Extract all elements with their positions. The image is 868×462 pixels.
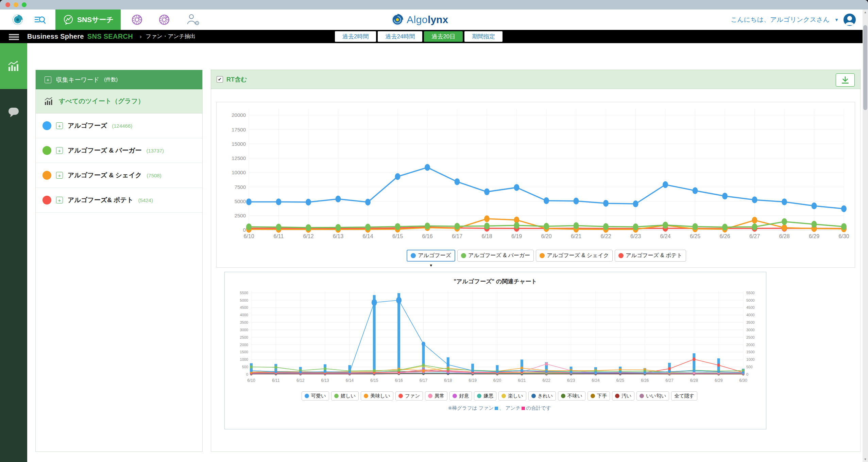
- legend-item-7[interactable]: 楽しい: [498, 391, 526, 401]
- legend-item-0[interactable]: アルゴフーズ▼: [407, 250, 455, 262]
- logo-text-lynx: lynx: [428, 14, 448, 25]
- legend-item-12[interactable]: いい匂い: [636, 391, 669, 401]
- legend-item-5[interactable]: 好意: [449, 391, 472, 401]
- expand-plus-icon[interactable]: +: [56, 122, 63, 129]
- download-button[interactable]: [836, 73, 855, 87]
- svg-text:1500: 1500: [746, 350, 754, 354]
- user-settings-icon[interactable]: ⚙: [183, 10, 203, 30]
- expand-plus-icon[interactable]: +: [56, 172, 63, 179]
- legend-item-3[interactable]: アルゴフーズ & ポテト: [615, 250, 686, 262]
- rt-checkbox[interactable]: ✔: [217, 76, 223, 83]
- svg-text:6/23: 6/23: [567, 378, 575, 383]
- keyword-row-2[interactable]: +アルゴフーズ & シェイク(7508): [36, 163, 202, 188]
- series-color-dot: [42, 121, 51, 130]
- series-color-dot: [42, 171, 51, 180]
- svg-text:6/20: 6/20: [493, 378, 501, 383]
- rt-label: RT含む: [226, 75, 247, 84]
- vertical-scrollbar[interactable]: ▲ ▼: [863, 10, 868, 462]
- legend-label: 可愛い: [311, 393, 326, 399]
- svg-text:6/25: 6/25: [690, 233, 700, 239]
- top-navbar: SNSサーチ ⚙: [0, 10, 868, 30]
- svg-text:⚙: ⚙: [194, 20, 200, 26]
- window-close-button[interactable]: [5, 2, 10, 7]
- rail-item-messages[interactable]: [0, 89, 27, 135]
- window-zoom-button[interactable]: [22, 2, 27, 7]
- svg-text:4500: 4500: [240, 305, 248, 309]
- legend-item-6[interactable]: 嫌悪: [474, 391, 496, 401]
- scrollbar-thumb[interactable]: [863, 25, 867, 110]
- user-menu-caret-icon[interactable]: ▼: [834, 17, 839, 22]
- svg-text:6/13: 6/13: [321, 378, 329, 383]
- window-minimize-button[interactable]: [14, 2, 18, 7]
- legend-label: アルゴフーズ & バーガー: [468, 252, 530, 259]
- time-button-1[interactable]: 過去24時間: [378, 31, 422, 42]
- legend-item-2[interactable]: 美味しい: [361, 391, 393, 401]
- svg-text:6/18: 6/18: [444, 378, 452, 383]
- svg-text:6/18: 6/18: [481, 233, 492, 239]
- svg-text:3000: 3000: [746, 328, 754, 332]
- legend-color-dot: [461, 253, 466, 258]
- legend-item-0[interactable]: 可愛い: [302, 391, 329, 401]
- expand-plus-icon[interactable]: +: [56, 197, 63, 203]
- expand-plus-icon[interactable]: +: [56, 147, 63, 154]
- legend-label: アルゴフーズ & シェイク: [547, 252, 609, 259]
- keyword-row-0[interactable]: +アルゴフーズ(124466): [36, 113, 202, 138]
- sidebar-item-all-tweets[interactable]: すべてのツイート（グラフ）: [36, 89, 202, 113]
- legend-item-2[interactable]: アルゴフーズ & シェイク: [536, 250, 613, 262]
- svg-text:3000: 3000: [240, 328, 248, 332]
- legend-item-11[interactable]: 汚い: [612, 391, 634, 401]
- legend-label: アルゴフーズ & ポテト: [626, 252, 682, 259]
- legend-item-4[interactable]: 異常: [425, 391, 447, 401]
- related-chart-plot: 0050050010001000150015002000200025002500…: [225, 285, 766, 388]
- svg-text:6/17: 6/17: [452, 233, 462, 239]
- user-greeting[interactable]: こんにちは、アルゴリンクスさん: [731, 15, 830, 24]
- legend-item-1[interactable]: アルゴフーズ & バーガー: [457, 250, 534, 262]
- time-button-3[interactable]: 期間指定: [464, 31, 503, 42]
- search-icon[interactable]: [31, 10, 49, 30]
- legend-label: ファン: [405, 393, 420, 399]
- donut-chart-icon[interactable]: [129, 10, 146, 30]
- svg-text:6/15: 6/15: [370, 378, 378, 383]
- keyword-count: (124466): [112, 123, 132, 129]
- keyword-count: (13737): [146, 148, 164, 154]
- svg-text:6/11: 6/11: [272, 378, 280, 383]
- rail-item-analytics[interactable]: [0, 43, 27, 89]
- expand-plus-icon: +: [45, 76, 51, 83]
- app-logo-icon[interactable]: [10, 10, 25, 30]
- legend-label: 不味い: [567, 393, 582, 399]
- svg-text:7500: 7500: [235, 184, 246, 190]
- algolynx-logo: Algolynx: [391, 10, 479, 30]
- keyword-sidebar: + 収集キーワード (件数) すべてのツイート（グラフ） +アルゴフーズ(124…: [35, 70, 203, 452]
- sidebar-header-collect-keywords[interactable]: + 収集キーワード (件数): [36, 70, 202, 89]
- time-button-2[interactable]: 過去20日: [424, 31, 463, 42]
- legend-color-dot: [453, 394, 457, 398]
- sidebar-header-label: 収集キーワード: [56, 76, 99, 84]
- tab-sns-search[interactable]: SNSサーチ: [55, 10, 121, 30]
- time-button-0[interactable]: 過去2時間: [335, 31, 376, 42]
- legend-color-dot: [411, 253, 416, 258]
- legend-label: 楽しい: [508, 393, 523, 399]
- user-avatar[interactable]: [844, 14, 856, 26]
- breadcrumb: ファン・アンチ抽出: [146, 33, 195, 40]
- scroll-up-icon[interactable]: ▲: [863, 10, 868, 15]
- legend-item-10[interactable]: 下手: [588, 391, 610, 401]
- svg-text:5500: 5500: [746, 291, 754, 295]
- window-titlebar: [0, 0, 868, 10]
- keyword-row-1[interactable]: +アルゴフーズ & バーガー(13737): [36, 138, 202, 163]
- legend-item-3[interactable]: ファン: [395, 391, 423, 401]
- legend-label: 全て隠す: [674, 393, 694, 399]
- menu-hamburger-icon[interactable]: [9, 33, 19, 41]
- legend-item-1[interactable]: 嬉しい: [331, 391, 359, 401]
- legend-color-dot: [591, 394, 595, 398]
- keyword-row-3[interactable]: +アルゴフーズ& ポテト(5424): [36, 188, 202, 213]
- svg-text:4000: 4000: [240, 313, 248, 317]
- legend-item-9[interactable]: 不味い: [558, 391, 585, 401]
- legend-color-dot: [540, 253, 545, 258]
- svg-text:6/16: 6/16: [395, 378, 403, 383]
- svg-text:6/21: 6/21: [518, 378, 526, 383]
- legend-item-8[interactable]: きれい: [528, 391, 556, 401]
- donut-chart-icon-2[interactable]: [156, 10, 173, 30]
- svg-text:500: 500: [242, 365, 248, 369]
- scroll-down-icon[interactable]: ▼: [863, 457, 868, 462]
- legend-item-13[interactable]: 全て隠す: [671, 391, 697, 401]
